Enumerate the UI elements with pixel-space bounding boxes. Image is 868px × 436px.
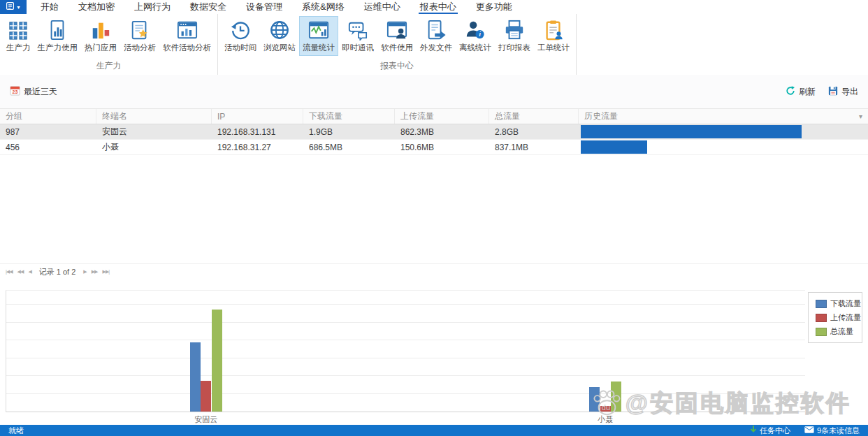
refresh-button[interactable]: 刷新 (786, 86, 816, 98)
pager-prev-button[interactable]: ◀ (28, 269, 31, 275)
cell-history (579, 124, 868, 139)
menu-tab-上网行为[interactable]: 上网行为 (124, 0, 180, 14)
menu-tab-设备管理[interactable]: 设备管理 (236, 0, 292, 14)
menu-tab-文档加密[interactable]: 文档加密 (68, 0, 124, 14)
pager-next-button[interactable]: ▶ (83, 269, 86, 275)
clipboard-user-icon (543, 20, 564, 41)
gridline (6, 340, 805, 340)
chat-icon (347, 20, 368, 41)
report-toolbar: 23 最近三天 刷新 导出 (0, 75, 868, 108)
ribbon-item-热门应用[interactable]: 热门应用 (81, 16, 120, 56)
history-traffic-bar (581, 125, 802, 138)
ribbon-item-软件活动分析[interactable]: 软件活动分析 (159, 16, 215, 56)
export-button[interactable]: 导出 (828, 86, 858, 98)
ribbon-group-报表中心: 活动时间浏览网站流量统计即时通讯软件使用外发文件i离线统计打印报表工单统计报表中… (218, 14, 577, 75)
ribbon-item-label: 浏览网站 (263, 43, 296, 53)
gridline (6, 393, 805, 394)
pager-fast-prev-button[interactable]: ◀◀ (17, 269, 24, 275)
legend-label: 上传流量 (830, 312, 861, 323)
ribbon-item-软件使用[interactable]: 软件使用 (377, 16, 417, 56)
ribbon-group-label: 生产力 (0, 60, 217, 72)
table-row[interactable]: 456小聂192.168.31.27686.5MB150.6MB837.1MB (0, 140, 868, 155)
bar-小聂-总流量 (611, 382, 621, 412)
column-header-上传流量[interactable]: 上传流量 (395, 109, 489, 124)
ribbon-item-活动分析[interactable]: 活动分析 (120, 16, 159, 56)
cell-history (579, 140, 868, 154)
ribbon-item-label: 活动分析 (124, 43, 156, 53)
menu-tab-更多功能[interactable]: 更多功能 (466, 0, 522, 14)
legend-label: 总流量 (830, 326, 853, 337)
column-header-label: IP (217, 112, 225, 122)
ribbon-item-打印报表[interactable]: 打印报表 (495, 16, 534, 56)
bar-安固云-总流量 (212, 310, 222, 412)
bar-安固云-上传流量 (201, 381, 211, 412)
ribbon-group-items: 活动时间浏览网站流量统计即时通讯软件使用外发文件i离线统计打印报表工单统计 (221, 14, 573, 56)
envelope-icon (804, 426, 814, 435)
column-header-label: 下载流量 (309, 110, 342, 122)
cell-group: 456 (0, 140, 96, 154)
ribbon-item-离线统计[interactable]: i离线统计 (456, 16, 495, 56)
menu-tab-运维中心[interactable]: 运维中心 (354, 0, 410, 14)
column-header-IP[interactable]: IP (212, 109, 303, 124)
legend-item: 上传流量 (816, 312, 862, 323)
filter-dropdown-icon[interactable]: ▾ (859, 112, 862, 120)
cell-ip: 192.168.31.27 (212, 140, 303, 154)
ribbon-item-label: 生产力 (6, 43, 31, 53)
column-header-历史流量[interactable]: 历史流量▾ (579, 109, 868, 124)
column-header-终端名[interactable]: 终端名 (96, 109, 212, 124)
gridline (6, 304, 805, 305)
column-header-分组[interactable]: 分组 (0, 109, 96, 124)
refresh-icon (786, 86, 795, 98)
cell-download: 1.9GB (303, 124, 395, 139)
ribbon-item-label: 打印报表 (498, 43, 530, 53)
gridline (6, 322, 805, 323)
ribbon-item-label: 外发文件 (420, 43, 452, 53)
column-header-总流量[interactable]: 总流量 (489, 109, 579, 124)
menu-bar: ▼ 开始文档加密上网行为数据安全设备管理系统&网络运维中心报表中心更多功能 (0, 0, 868, 14)
ribbon-item-工单统计[interactable]: 工单统计 (534, 16, 573, 56)
legend-item: 下载流量 (816, 298, 862, 309)
menu-tab-数据安全[interactable]: 数据安全 (180, 0, 236, 14)
column-header-label: 总流量 (495, 110, 520, 122)
menu-tab-开始[interactable]: 开始 (31, 0, 68, 14)
pager-first-button[interactable]: |◀◀ (6, 269, 13, 275)
column-header-下载流量[interactable]: 下载流量 (303, 109, 395, 124)
table-row[interactable]: 987安固云192.168.31.1311.9GB862.3MB2.8GB (0, 124, 868, 140)
pager-last-button[interactable]: ▶▶| (103, 269, 110, 275)
app-window: ▼ 开始文档加密上网行为数据安全设备管理系统&网络运维中心报表中心更多功能 生产… (0, 0, 868, 436)
ribbon-item-活动时间[interactable]: 活动时间 (221, 16, 260, 56)
legend-label: 下载流量 (830, 298, 861, 309)
menu-tabs: 开始文档加密上网行为数据安全设备管理系统&网络运维中心报表中心更多功能 (31, 0, 522, 14)
gridline (6, 358, 805, 358)
globe-icon (269, 20, 290, 41)
ribbon-item-生产力使用[interactable]: 生产力使用 (34, 16, 82, 56)
status-bar: 就绪 任务中心 9条未读信息 (0, 425, 868, 436)
chart-plot-area: 安固云小聂 (6, 290, 805, 412)
traffic-chart-icon (308, 20, 329, 41)
cell-terminal: 安固云 (96, 124, 212, 139)
ribbon-item-浏览网站[interactable]: 浏览网站 (260, 16, 299, 56)
ribbon-item-label: 即时通讯 (342, 43, 374, 53)
date-filter-button[interactable]: 23 最近三天 (10, 85, 57, 98)
ribbon-item-生产力[interactable]: 生产力 (3, 16, 34, 56)
ribbon-item-即时通讯[interactable]: 即时通讯 (338, 16, 377, 56)
menu-tab-系统&网络[interactable]: 系统&网络 (292, 0, 354, 14)
printer-icon (504, 20, 525, 41)
cell-upload: 150.6MB (395, 140, 489, 154)
ribbon-item-外发文件[interactable]: 外发文件 (417, 16, 456, 56)
task-center-button[interactable]: 任务中心 (750, 426, 790, 436)
unread-messages-button[interactable]: 9条未读信息 (804, 426, 860, 436)
ribbon-item-label: 软件使用 (381, 43, 413, 53)
category-label: 安固云 (194, 414, 217, 425)
chart-legend: 下载流量上传流量总流量 (808, 292, 862, 343)
pager-fast-next-button[interactable]: ▶▶ (92, 269, 98, 275)
table-header-row: 分组终端名IP下载流量上传流量总流量历史流量▾ (0, 108, 868, 124)
menu-tab-报表中心[interactable]: 报表中心 (410, 0, 466, 14)
window-chart-icon (177, 20, 198, 41)
ribbon-item-流量统计[interactable]: 流量统计 (299, 16, 338, 56)
cell-download: 686.5MB (303, 140, 395, 154)
category-label: 小聂 (598, 414, 613, 425)
cell-total: 837.1MB (489, 140, 579, 154)
app-menu-button[interactable]: ▼ (0, 0, 27, 14)
cell-terminal: 小聂 (96, 140, 212, 154)
